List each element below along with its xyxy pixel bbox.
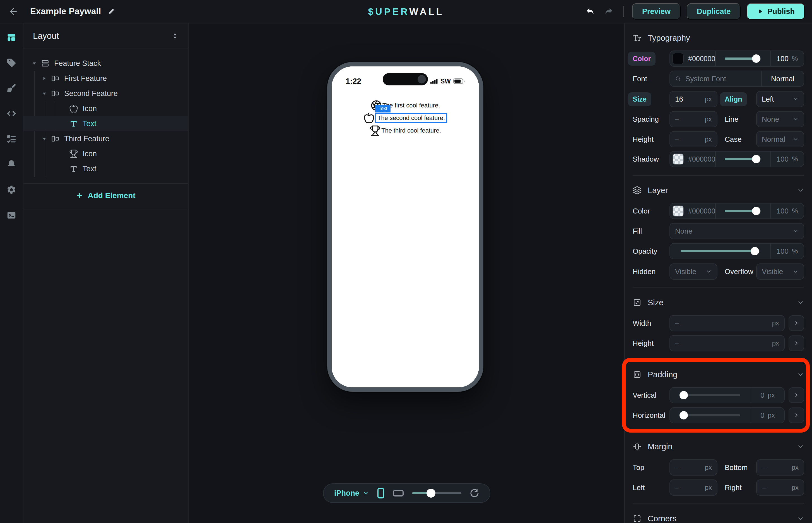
color-swatch[interactable]	[672, 53, 684, 64]
chevron-down-icon[interactable]	[797, 515, 804, 522]
back-arrow-icon[interactable]	[7, 5, 20, 18]
shadow-opacity-slider[interactable]	[725, 158, 761, 160]
slider-knob[interactable]	[680, 411, 688, 419]
portrait-toggle[interactable]	[377, 488, 384, 499]
slider-knob[interactable]	[752, 207, 760, 215]
chevron-down-icon[interactable]	[797, 299, 804, 306]
zoom-slider-knob[interactable]	[426, 489, 436, 498]
opacity-value[interactable]: 100	[777, 247, 789, 256]
tree-item-text[interactable]: Text	[23, 161, 188, 176]
tree-item-second-feature[interactable]: Second Feature	[23, 86, 188, 101]
letter-spacing-input[interactable]: –px	[669, 111, 717, 127]
caret-down-icon[interactable]	[40, 136, 49, 142]
margin-bottom-input[interactable]: –px	[756, 459, 804, 475]
feature-text[interactable]: The second cool feature.	[377, 114, 445, 121]
typography-header[interactable]: Typography	[633, 30, 804, 46]
chevron-down-icon[interactable]	[797, 187, 804, 194]
width-input[interactable]: –px	[669, 315, 785, 331]
layer-hex-value[interactable]: #000000	[688, 207, 715, 215]
tree-item-icon-trophy[interactable]: Icon	[23, 146, 188, 161]
padding-vertical-expand-button[interactable]	[789, 387, 804, 403]
iphone-screen[interactable]: 1:22 SW The first cool feature.	[332, 67, 479, 387]
paintbrush-icon[interactable]	[6, 83, 16, 93]
width-expand-button[interactable]	[789, 315, 804, 331]
publish-button[interactable]: Publish	[747, 3, 805, 20]
gear-icon[interactable]	[6, 185, 16, 195]
feature-row-3[interactable]: The third cool feature.	[370, 125, 441, 136]
tree-item-icon-apple[interactable]: Icon	[23, 101, 188, 116]
refresh-icon[interactable]	[470, 488, 479, 498]
height-input[interactable]: –px	[669, 335, 785, 351]
code-icon[interactable]	[6, 109, 16, 119]
slider-knob[interactable]	[752, 54, 760, 63]
margin-left-input[interactable]: –px	[669, 480, 717, 495]
text-color-chip[interactable]: Color	[628, 52, 656, 66]
padding-horizontal-value[interactable]: 0	[760, 411, 764, 420]
padding-header[interactable]: Padding	[633, 366, 804, 383]
selected-text-element[interactable]: Text The second cool feature.	[375, 113, 447, 123]
feature-row-2[interactable]: Text The second cool feature.	[364, 112, 447, 124]
caret-down-icon[interactable]	[40, 91, 49, 96]
align-chip[interactable]: Align	[720, 92, 747, 106]
color-opacity-slider[interactable]	[725, 57, 761, 60]
layer-header[interactable]: Layer	[633, 182, 804, 199]
edit-title-pencil-icon[interactable]	[108, 8, 115, 15]
redo-icon[interactable]	[603, 5, 615, 18]
margin-top-input[interactable]: –px	[669, 459, 717, 475]
font-size-chip[interactable]: Size	[628, 92, 651, 106]
device-select[interactable]: iPhone	[334, 489, 369, 498]
caret-down-icon[interactable]	[30, 60, 38, 66]
align-dropdown[interactable]: Left	[756, 91, 804, 107]
font-search[interactable]	[670, 74, 761, 84]
shadow-opacity-value[interactable]: 100	[777, 155, 789, 164]
overflow-dropdown[interactable]: Visible	[756, 264, 804, 279]
line-dropdown[interactable]: None	[756, 111, 804, 127]
slider-knob[interactable]	[752, 155, 760, 163]
padding-horizontal-slider[interactable]	[681, 414, 740, 416]
landscape-toggle[interactable]	[393, 489, 404, 497]
margin-right-input[interactable]: –px	[756, 480, 804, 495]
font-size-input[interactable]: 16px	[669, 91, 717, 107]
layer-color-swatch[interactable]	[672, 205, 684, 217]
slider-knob[interactable]	[751, 247, 759, 255]
tree-item-first-feature[interactable]: First Feature	[23, 71, 188, 86]
shadow-color-swatch[interactable]	[672, 154, 684, 165]
checklist-icon[interactable]	[6, 134, 16, 144]
font-weight-value[interactable]: Normal	[762, 74, 804, 83]
zoom-slider[interactable]	[412, 492, 461, 494]
padding-vertical-slider[interactable]	[681, 394, 740, 396]
layer-color-pct[interactable]: 100	[777, 207, 789, 215]
font-search-input[interactable]	[685, 74, 756, 84]
feature-text[interactable]: The first cool feature.	[383, 102, 440, 109]
height-expand-button[interactable]	[789, 336, 804, 351]
add-element-button[interactable]: Add Element	[23, 183, 188, 208]
bell-icon[interactable]	[6, 159, 16, 169]
padding-vertical-value[interactable]: 0	[760, 391, 764, 400]
sort-icon[interactable]	[171, 32, 179, 40]
slider-knob[interactable]	[680, 391, 688, 399]
case-dropdown[interactable]: Normal	[756, 131, 804, 147]
preview-button[interactable]: Preview	[632, 3, 681, 20]
caret-right-icon[interactable]	[40, 76, 49, 81]
feature-text[interactable]: The third cool feature.	[381, 127, 441, 134]
padding-horizontal-expand-button[interactable]	[789, 408, 804, 423]
shadow-hex-value[interactable]: #000000	[688, 155, 715, 163]
color-opacity-value[interactable]: 100	[777, 54, 789, 63]
size-header[interactable]: Size	[633, 294, 804, 311]
layer-color-slider[interactable]	[725, 210, 761, 212]
tree-item-feature-stack[interactable]: Feature Stack	[23, 56, 188, 71]
opacity-slider[interactable]	[681, 250, 760, 252]
tag-icon[interactable]	[6, 58, 16, 68]
chevron-down-icon[interactable]	[797, 443, 804, 450]
line-height-input[interactable]: –px	[669, 131, 717, 147]
tree-item-text-selected[interactable]: Text	[23, 116, 188, 131]
chevron-down-icon[interactable]	[797, 371, 804, 378]
margin-header[interactable]: Margin	[633, 438, 804, 455]
hidden-dropdown[interactable]: Visible	[669, 264, 717, 279]
layout-icon[interactable]	[6, 32, 16, 42]
fill-dropdown[interactable]: None	[669, 223, 804, 239]
console-icon[interactable]	[6, 210, 16, 220]
editor-canvas[interactable]: 1:22 SW The first cool feature.	[189, 23, 624, 523]
color-hex-value[interactable]: #000000	[688, 55, 715, 63]
undo-icon[interactable]	[584, 5, 596, 18]
